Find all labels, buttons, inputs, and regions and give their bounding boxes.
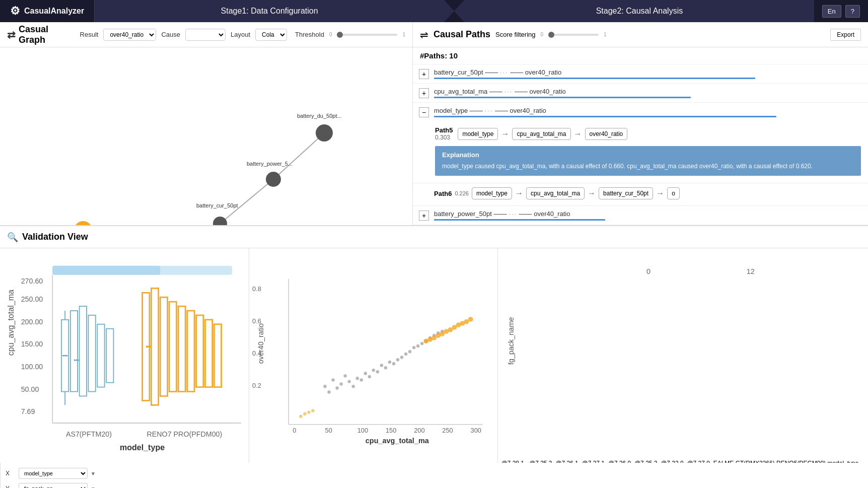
help-button[interactable]: ? (845, 5, 860, 18)
stage1-tab[interactable]: Stage1: Data Configuration (94, 0, 444, 22)
path-progress-1 (434, 78, 755, 79)
node-model-type[interactable] (74, 221, 92, 225)
export-button[interactable]: Export (830, 29, 861, 41)
path-toggle-2[interactable]: + (419, 88, 429, 98)
svg-point-78 (408, 350, 411, 353)
y-axis-select[interactable]: fg_pack_na... (19, 483, 88, 488)
path-toggle-3[interactable]: − (419, 107, 429, 117)
svg-text:cpu_avg_total_ma: cpu_avg_total_ma (6, 290, 16, 356)
path-node-over40: over40_ratio (585, 128, 628, 140)
causal-paths-title: Causal Paths (433, 29, 490, 40)
node-label-battery-du-50pt: battery_du_50pt... (297, 113, 342, 119)
svg-point-100 (303, 412, 306, 415)
path-row-6[interactable]: Path6 0.226 model_type → cpu_avg_total_m… (413, 183, 868, 205)
score-filtering-label: Score filtering (495, 31, 535, 38)
casual-graph-header: ⇄ Casual Graph Result over40_ratio Cause… (0, 22, 412, 47)
path-node-cpu-avg: cpu_avg_total_ma (512, 128, 570, 140)
svg-point-92 (448, 327, 453, 332)
validation-view-section: 🔍 Validation View cpu_avg_total_ma 270.6… (0, 226, 868, 488)
svg-point-77 (404, 353, 407, 356)
path-row-2[interactable]: + cpu_avg_total_ma —— ··· —— over40_rati… (413, 84, 868, 102)
result-select[interactable]: over40_ratio (103, 29, 156, 41)
nav-right-controls: En ? (814, 0, 868, 22)
score-min: 0 (541, 32, 544, 37)
path-row-5[interactable]: + battery_power_50pt —— ··· —— over40_ra… (413, 206, 868, 225)
paths-count: #Paths: 10 (413, 47, 868, 64)
stage2-tab[interactable]: Stage2: Causal Analysis (454, 0, 814, 22)
chart-panel-1: cpu_avg_total_ma 270.60 250.00 200.00 15… (0, 248, 249, 463)
svg-point-74 (392, 362, 395, 365)
graph-canvas: model_type cpu_avg_total_ma battery_cur_… (0, 47, 412, 225)
svg-rect-36 (187, 311, 194, 392)
svg-text:150.00: 150.00 (21, 340, 43, 348)
explanation-title: Explanation (442, 151, 854, 159)
svg-rect-27 (88, 315, 95, 392)
path-summary-3: model_type —— ··· —— over40_ratio (434, 107, 862, 114)
path-row-3[interactable]: − model_type —— ··· —— over40_ratio (413, 103, 868, 121)
node-label-battery-power-5: battery_power_5... (247, 161, 293, 167)
language-button[interactable]: En (822, 5, 841, 18)
cause-select[interactable] (185, 29, 226, 41)
svg-line-3 (155, 224, 220, 225)
svg-point-62 (351, 385, 354, 388)
svg-point-69 (368, 375, 371, 378)
svg-text:250.00: 250.00 (21, 295, 43, 303)
stage2-label: Stage2: Causal Analysis (596, 7, 683, 16)
path6-node-model-type: model_type (472, 187, 512, 199)
svg-point-61 (347, 380, 350, 383)
svg-point-60 (343, 374, 346, 377)
svg-text:7.69: 7.69 (21, 407, 35, 415)
score-max: 1 (604, 32, 607, 37)
top-section: ⇄ Casual Graph Result over40_ratio Cause… (0, 22, 868, 226)
svg-point-75 (396, 358, 399, 361)
main-content: ⇄ Casual Graph Result over40_ratio Cause… (0, 22, 868, 488)
svg-text:50: 50 (325, 427, 332, 434)
app-logo-icon: ⚙ (10, 5, 20, 18)
svg-text:cpu_avg_total_ma: cpu_avg_total_ma (366, 437, 429, 445)
svg-text:200.00: 200.00 (21, 318, 43, 326)
path-row-1[interactable]: + battery_cur_50pt —— ··· —— over40_rati… (413, 64, 868, 83)
svg-text:0.2: 0.2 (252, 382, 261, 389)
svg-point-57 (331, 378, 334, 381)
svg-rect-38 (205, 320, 212, 387)
chart-3: fg_pack_name 0 12 (501, 251, 865, 460)
layout-select[interactable]: Cola (255, 29, 287, 41)
path-item-6: Path6 0.226 model_type → cpu_avg_total_m… (413, 183, 868, 206)
node-battery-du-50pt[interactable] (316, 124, 333, 142)
node-battery-power-5[interactable] (266, 172, 281, 187)
path-toggle-5[interactable]: + (419, 211, 429, 221)
validation-view-header: 🔍 Validation View (0, 226, 868, 248)
chart-1: cpu_avg_total_ma 270.60 250.00 200.00 15… (3, 251, 246, 460)
path-item-2: + cpu_avg_total_ma —— ··· —— over40_rati… (413, 84, 868, 103)
layout-label: Layout (231, 31, 250, 38)
svg-point-89 (431, 335, 437, 340)
path-toggle-1[interactable]: + (419, 69, 429, 79)
svg-text:150: 150 (386, 427, 396, 434)
svg-text:0.8: 0.8 (252, 285, 261, 293)
path-arrow-2: → (574, 129, 582, 138)
svg-text:model_type: model_type (120, 443, 165, 452)
svg-text:0: 0 (646, 267, 650, 275)
svg-text:200: 200 (414, 427, 424, 434)
path-score-3: 0.303 (435, 134, 453, 141)
svg-text:250: 250 (442, 427, 453, 434)
svg-rect-28 (97, 324, 104, 387)
svg-point-72 (388, 361, 391, 364)
svg-rect-37 (196, 315, 203, 387)
path-summary-2: cpu_avg_total_ma —— ··· —— over40_ratio (434, 88, 862, 95)
y-chevron-icon: ▼ (91, 486, 96, 488)
svg-point-66 (364, 372, 367, 375)
path-progress-3 (434, 116, 776, 117)
x-axis-select[interactable]: model_type (19, 468, 88, 479)
chart-2: over40_ratio 0.8 0.6 0.4 0.2 0 50 100 15… (252, 251, 495, 460)
svg-rect-29 (106, 329, 113, 383)
node-battery-cur-50pt[interactable] (213, 217, 227, 225)
threshold-slider[interactable] (337, 34, 397, 36)
casual-graph-title: ⇄ Casual Graph (7, 24, 75, 45)
app-brand: ⚙ CasualAnalyzer (0, 0, 94, 22)
svg-text:12: 12 (747, 267, 755, 275)
svg-point-68 (372, 369, 375, 372)
svg-point-67 (359, 378, 363, 381)
validation-view-icon: 🔍 (7, 232, 18, 243)
score-filtering-slider[interactable] (548, 34, 599, 36)
